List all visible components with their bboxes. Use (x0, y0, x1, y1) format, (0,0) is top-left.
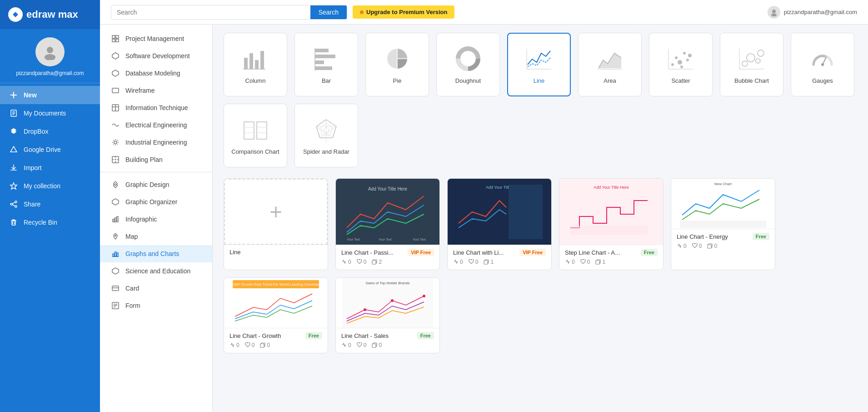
svg-line-15 (12, 205, 15, 206)
card-icon (111, 284, 120, 293)
category-information-technique[interactable]: Information Technique (100, 99, 212, 116)
svg-point-11 (15, 201, 17, 203)
building-plan-icon (111, 155, 120, 164)
column-label: Column (245, 77, 266, 84)
category-label: Information Technique (125, 104, 188, 111)
category-label: Wireframe (125, 87, 155, 94)
category-graphic-design[interactable]: Graphic Design (100, 176, 212, 193)
comparison-label: Comparison Chart (231, 148, 279, 155)
category-map[interactable]: Map (100, 228, 212, 245)
sidebar-label-google-drive: Google Drive (24, 146, 61, 153)
chart-type-area[interactable]: Area (578, 33, 642, 96)
template-line-passi[interactable]: Add Your Title Here Your Text Your Text … (335, 178, 440, 270)
sidebar-label-import: Import (24, 164, 42, 171)
template-info-growth: Line Chart - Growth Free 0 0 0 (224, 328, 328, 353)
sidebar-item-new[interactable]: New (0, 86, 100, 104)
svg-point-1 (47, 47, 53, 53)
template-thumb-sales: Sales of Top Mobile Brands (336, 278, 439, 328)
svg-point-85 (747, 54, 755, 62)
category-software-development[interactable]: Software Development (100, 47, 212, 65)
category-form[interactable]: Form (100, 297, 212, 314)
template-stats-growth: 0 0 0 (229, 342, 322, 348)
svg-text:New Chart: New Chart (714, 182, 732, 186)
sidebar-item-recycle-bin[interactable]: Recycle Bin (0, 213, 100, 231)
sidebar-item-my-documents[interactable]: My Documents (0, 104, 100, 122)
template-name-li: Line Chart with Li... (453, 249, 504, 256)
template-info-passi: Line Chart - Passi... VIP Free 0 0 (336, 245, 439, 270)
category-database-modeling[interactable]: Database Modeling (100, 65, 212, 82)
template-line-with-li[interactable]: Add Your Title Here Line Chart with Li..… (447, 178, 552, 270)
category-wireframe[interactable]: Wireframe (100, 82, 212, 99)
search-button[interactable]: Search (310, 5, 347, 19)
svg-point-77 (678, 60, 682, 65)
template-line-growth[interactable]: GDP Growth Rate Trend Per World Leading … (224, 277, 328, 353)
category-industrial-engineering[interactable]: Industrial Engineering (100, 134, 212, 151)
chart-type-bubble[interactable]: Bubble Chart (720, 33, 783, 96)
sidebar-item-google-drive[interactable]: Google Drive (0, 141, 100, 159)
template-line-energy[interactable]: New Chart Line Chart - Energy Free (671, 178, 775, 270)
svg-rect-54 (249, 53, 253, 69)
template-stats-passi: 0 0 2 (341, 259, 434, 265)
search-input[interactable] (111, 6, 310, 19)
chart-type-grid: Column Bar (224, 33, 857, 167)
category-card[interactable]: Card (100, 280, 212, 297)
header-user-email: pizzandparatha@gmail.com (784, 9, 857, 15)
chart-type-scatter[interactable]: Scatter (649, 33, 713, 96)
chart-type-comparison[interactable]: Comparison Chart (224, 104, 287, 167)
svg-marker-35 (114, 181, 117, 188)
chart-type-doughnut[interactable]: Doughnut (436, 33, 500, 96)
template-badge-step: Free (641, 249, 658, 256)
template-create-new[interactable]: + Line (224, 178, 328, 270)
chart-type-gauges[interactable]: Gauges (791, 33, 854, 96)
header-user-avatar (768, 6, 780, 19)
category-label: Graphic Organizer (125, 198, 177, 206)
chart-type-column[interactable]: Column (224, 33, 287, 96)
category-science-and-education[interactable]: Science and Education (100, 262, 212, 280)
sidebar-item-dropbox[interactable]: DropBox (0, 122, 100, 141)
category-graphic-organizer[interactable]: Graphic Organizer (100, 193, 212, 211)
template-badge-energy: Free (753, 233, 769, 240)
upgrade-dot (360, 10, 364, 14)
svg-rect-121 (680, 221, 766, 228)
category-building-plan[interactable]: Building Plan (100, 151, 212, 168)
template-badge-sales: Free (417, 332, 434, 339)
hearts-li: 0 (469, 259, 479, 265)
gauges-chart-icon (809, 45, 836, 73)
svg-point-31 (114, 141, 117, 144)
svg-point-80 (688, 54, 692, 57)
svg-rect-117 (570, 226, 648, 235)
category-electrical-engineering[interactable]: Electrical Engineering (100, 116, 212, 134)
sidebar-item-share[interactable]: Share (0, 195, 100, 213)
svg-rect-23 (112, 39, 115, 42)
template-stats-li: 0 0 1 (453, 259, 546, 265)
comparison-chart-icon (242, 116, 269, 144)
svg-point-79 (686, 59, 689, 61)
svg-rect-22 (116, 35, 119, 38)
chart-type-line[interactable]: Line (507, 33, 571, 96)
svg-rect-56 (260, 51, 264, 69)
template-name-growth: Line Chart - Growth (229, 332, 281, 339)
science-education-icon (111, 266, 120, 276)
sidebar-item-import[interactable]: Import (0, 159, 100, 177)
svg-rect-59 (315, 55, 335, 58)
template-badge-growth: Free (305, 332, 322, 339)
line-chart-icon (525, 45, 553, 73)
category-infographic[interactable]: Infographic (100, 211, 212, 228)
template-step-line[interactable]: Add Your Title Here Step Line Chart - Au… (559, 178, 663, 270)
svg-point-75 (671, 63, 674, 66)
chart-type-pie[interactable]: Pie (365, 33, 429, 96)
new-icon (9, 90, 18, 100)
svg-point-78 (683, 52, 686, 55)
chart-type-spider[interactable]: Spider and Radar (294, 104, 358, 167)
template-line-sales[interactable]: Sales of Top Mobile Brands Line Chart - … (335, 277, 440, 353)
chart-type-bar[interactable]: Bar (294, 33, 358, 96)
svg-marker-46 (112, 268, 119, 274)
category-graphs-and-charts[interactable]: Graphs and Charts (100, 245, 212, 262)
bubble-chart-icon (738, 45, 765, 73)
category-label: Industrial Engineering (125, 139, 187, 146)
upgrade-button[interactable]: Upgrade to Premium Version (353, 5, 454, 19)
category-project-management[interactable]: Project Management (100, 30, 212, 47)
likes-li: 0 (453, 259, 463, 265)
svg-rect-93 (257, 122, 267, 139)
sidebar-item-my-collection[interactable]: My collection (0, 177, 100, 195)
